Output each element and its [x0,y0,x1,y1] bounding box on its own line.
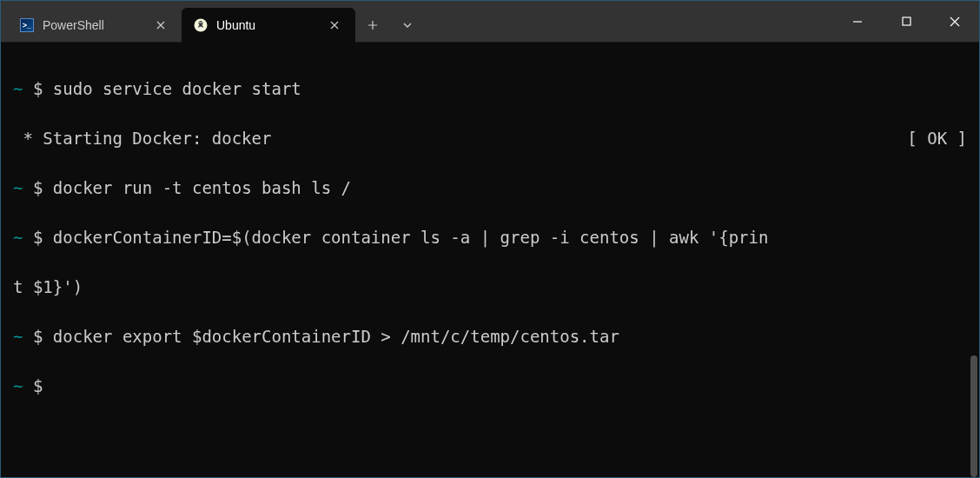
command-text-wrap: t $1}') [13,277,83,296]
svg-point-6 [199,26,203,29]
command-text: docker export $dockerContainerID > /mnt/… [53,327,619,346]
terminal-line: * Starting Docker: docker[ OK ] [13,126,967,151]
close-icon [950,17,960,27]
svg-rect-7 [903,17,910,25]
chevron-down-icon [402,20,413,30]
svg-point-5 [202,23,202,23]
terminal-line: ~ $ sudo service docker start [13,76,967,102]
minimize-button[interactable] [833,1,882,42]
prompt-symbol: $ [33,178,43,197]
tab-strip: >_ PowerShell Ubuntu [1,1,355,42]
scrollbar-thumb[interactable] [970,355,977,477]
maximize-icon [902,17,911,26]
status-ok: [ OK ] [907,126,967,151]
powershell-icon: >_ [20,18,34,32]
command-text: sudo service docker start [53,79,301,98]
window-controls [833,1,979,42]
titlebar-drag-area[interactable] [425,1,833,42]
command-text: docker run -t centos bash ls / [53,178,351,197]
prompt-cwd: ~ [13,79,23,98]
terminal-line: t $1}') [13,275,967,300]
prompt-symbol: $ [33,79,43,98]
terminal-line: ~ $ dockerContainerID=$(docker container… [13,225,967,250]
prompt-cwd: ~ [13,327,23,346]
prompt-cwd: ~ [13,376,23,395]
tab-close-button[interactable] [152,17,169,34]
tab-ubuntu[interactable]: Ubuntu [182,8,355,43]
svg-point-1 [199,21,203,25]
output-text: * Starting Docker: docker [13,129,271,148]
close-icon [330,21,339,30]
tab-close-button[interactable] [326,17,343,34]
prompt-cwd: ~ [13,228,23,247]
close-icon [156,21,165,30]
terminal-pane[interactable]: ~ $ sudo service docker start * Starting… [1,43,979,477]
maximize-button[interactable] [882,1,930,42]
titlebar: >_ PowerShell Ubuntu [1,1,979,43]
command-text: dockerContainerID=$(docker container ls … [53,228,769,247]
terminal-line: ~ $ docker export $dockerContainerID > /… [13,324,967,349]
prompt-cwd: ~ [13,178,23,197]
close-window-button[interactable] [930,1,979,42]
prompt-symbol: $ [33,376,43,395]
plus-icon [368,20,378,30]
terminal-line: ~ $ docker run -t centos bash ls / [13,176,967,201]
svg-point-4 [200,23,201,23]
tab-actions [355,1,425,42]
prompt-symbol: $ [33,327,43,346]
new-tab-button[interactable] [355,8,390,43]
terminal-line: ~ $ [13,374,967,399]
ubuntu-icon [194,18,208,32]
minimize-icon [852,17,863,27]
tab-dropdown-button[interactable] [390,8,425,43]
prompt-symbol: $ [33,228,43,247]
tab-label: Ubuntu [216,18,312,32]
tab-label: PowerShell [43,18,138,32]
tab-powershell[interactable]: >_ PowerShell [8,8,182,43]
